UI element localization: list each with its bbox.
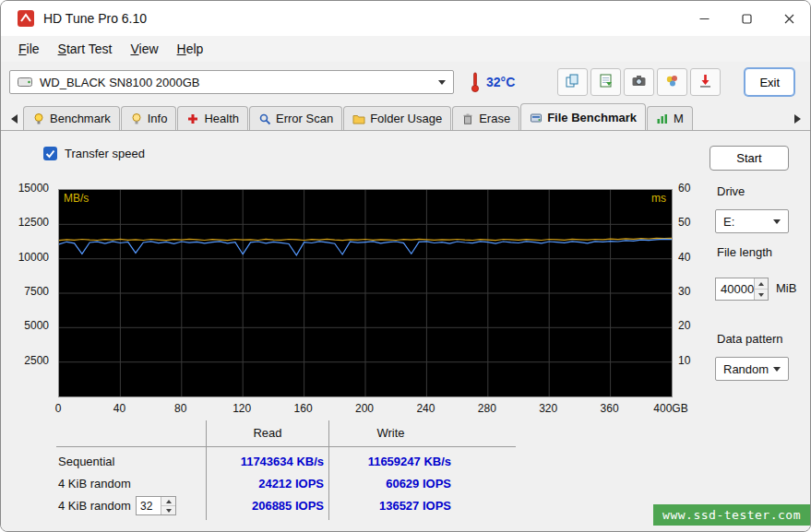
tab-erase[interactable]: Erase	[452, 106, 519, 130]
hd-tune-window: HD Tune Pro 6.10 File Start Test View He…	[0, 0, 811, 532]
random-qd-write-value: 136527 IOPS	[330, 499, 451, 513]
chevron-left-icon	[11, 114, 18, 124]
row-4kib-random-qd-label: 4 KiB random	[58, 499, 131, 513]
drive-select-value: WD_BLACK SN8100 2000GB	[40, 76, 199, 89]
spinner-buttons	[161, 497, 175, 514]
window-controls	[683, 1, 810, 36]
axis-tick: 200	[337, 402, 392, 415]
x-axis-ticks: 04080120160200240280320360400GB	[58, 402, 695, 417]
menu-start-test[interactable]: Start Test	[50, 39, 121, 59]
axis-tick: 50	[678, 216, 690, 229]
axis-tick: 7500	[1, 285, 49, 298]
menu-help[interactable]: Help	[169, 39, 212, 59]
drive-label: Drive	[717, 184, 745, 198]
y-axis-left-unit: MB/s	[64, 192, 89, 205]
tab-label: Error Scan	[276, 112, 333, 125]
axis-tick: 12500	[1, 216, 49, 229]
file-length-spinner[interactable]: 40000	[715, 278, 769, 301]
queue-depth-spinner[interactable]: 32	[136, 496, 176, 515]
file-length-unit: MiB	[776, 281, 796, 295]
axis-tick: 10000	[1, 251, 49, 264]
tab-folder-usage[interactable]: Folder Usage	[343, 106, 451, 130]
maximize-button[interactable]	[725, 1, 768, 36]
save-report-button[interactable]	[590, 68, 621, 96]
spinner-down-button[interactable]	[755, 290, 768, 300]
axis-tick: 120	[214, 402, 269, 415]
drive-select[interactable]: WD_BLACK SN8100 2000GB	[9, 70, 454, 94]
watermark: www.ssd-tester.com	[653, 504, 810, 526]
file-length-value: 40000	[716, 278, 754, 300]
axis-tick: 80	[153, 402, 209, 415]
table-divider	[206, 420, 207, 520]
arrow-up-icon	[166, 500, 172, 503]
tab-partial[interactable]: M	[647, 106, 693, 130]
y-axis-right-ticks: 605040302010	[676, 189, 713, 396]
color-palette-icon	[664, 73, 680, 91]
exit-button[interactable]: Exit	[745, 68, 794, 96]
tab-label: Health	[204, 112, 239, 125]
tab-scroll-right-button[interactable]	[788, 108, 806, 130]
tab-error-scan[interactable]: Error Scan	[249, 106, 342, 130]
y-axis-left-ticks: 150001250010000750050002500	[1, 189, 54, 396]
axis-tick: 240	[398, 402, 453, 415]
chevron-down-icon	[438, 80, 446, 85]
save-report-icon	[598, 73, 614, 91]
disk-benchmark-icon	[530, 112, 543, 124]
axis-tick: 40	[91, 402, 147, 415]
magnifier-icon	[258, 112, 271, 125]
tab-health[interactable]: Health	[177, 106, 248, 130]
tab-label: Folder Usage	[370, 112, 442, 125]
sequential-write-value: 11659247 KB/s	[330, 455, 451, 468]
copy-button[interactable]	[557, 68, 588, 96]
toolbar-buttons	[557, 68, 721, 96]
screenshot-button[interactable]	[624, 68, 654, 96]
arrow-up-icon	[758, 282, 764, 286]
file-benchmark-page: Transfer speed Start MB/s ms 15000125001…	[1, 131, 810, 531]
axis-tick: 0	[30, 402, 86, 415]
spinner-down-button[interactable]	[161, 506, 175, 514]
download-button[interactable]	[690, 68, 721, 96]
tab-benchmark[interactable]: Benchmark	[23, 106, 120, 130]
toolbar: WD_BLACK SN8100 2000GB 32°C	[1, 62, 810, 102]
row-4kib-random-label: 4 KiB random	[58, 477, 131, 491]
random-qd-read-value: 206885 IOPS	[211, 499, 324, 513]
color-settings-button[interactable]	[657, 68, 687, 96]
menu-file[interactable]: File	[10, 39, 48, 59]
row-sequential-label: Sequential	[58, 455, 114, 468]
benchmark-chart: MB/s ms	[58, 189, 673, 397]
random-read-value: 24212 IOPS	[211, 477, 324, 491]
read-column-header: Read	[211, 426, 324, 440]
spinner-up-button[interactable]	[161, 497, 175, 506]
axis-tick: 15000	[1, 182, 49, 195]
table-header-divider	[56, 446, 516, 447]
file-length-label: File length	[717, 245, 772, 259]
axis-tick: 30	[678, 285, 690, 298]
drive-dropdown[interactable]: E:	[715, 209, 789, 233]
tab-info[interactable]: Info	[121, 106, 177, 130]
lightbulb-icon	[32, 112, 45, 125]
spinner-up-button[interactable]	[755, 278, 768, 290]
minimize-button[interactable]	[683, 1, 725, 36]
chevron-down-icon	[773, 367, 781, 372]
write-column-header: Write	[330, 426, 451, 440]
menu-view[interactable]: View	[122, 39, 166, 59]
tabs: Benchmark Info Health Error Scan Folder …	[23, 102, 788, 130]
tab-file-benchmark[interactable]: File Benchmark	[520, 103, 646, 130]
close-button[interactable]	[768, 1, 810, 36]
copy-icon	[565, 73, 580, 91]
thermometer-icon	[471, 71, 480, 93]
tab-scroll-left-button[interactable]	[5, 108, 23, 130]
screenshot-icon	[631, 73, 647, 91]
start-button[interactable]: Start	[710, 146, 789, 171]
arrow-down-icon	[166, 509, 172, 513]
spinner-buttons	[754, 278, 768, 300]
tabstrip: Benchmark Info Health Error Scan Folder …	[1, 102, 810, 131]
transfer-speed-checkbox[interactable]: Transfer speed	[43, 147, 145, 160]
download-icon	[698, 73, 713, 91]
data-pattern-dropdown[interactable]: Random	[715, 357, 789, 381]
data-pattern-value: Random	[723, 362, 769, 376]
tab-label: M	[674, 112, 684, 125]
tab-label: Info	[148, 112, 168, 125]
app-icon	[18, 10, 34, 27]
axis-tick: 320	[520, 402, 576, 415]
